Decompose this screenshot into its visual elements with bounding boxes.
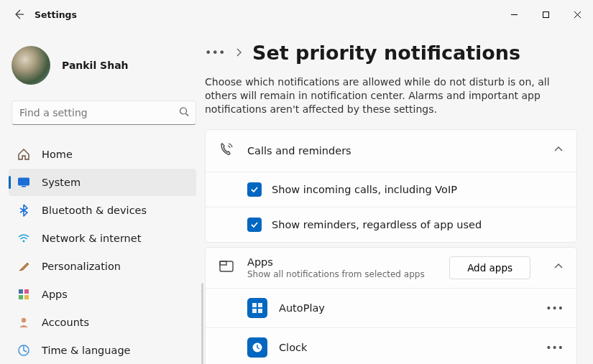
sidebar-item-home[interactable]: Home — [9, 141, 196, 168]
option-reminders[interactable]: Show reminders, regardless of app used — [206, 207, 576, 242]
search-box[interactable] — [12, 101, 196, 125]
option-label: Show reminders, regardless of app used — [272, 219, 482, 230]
svg-rect-20 — [252, 309, 257, 313]
sidebar-item-accounts[interactable]: Accounts — [9, 309, 196, 336]
profile-name: Pankil Shah — [62, 60, 129, 71]
option-incoming-calls[interactable]: Show incoming calls, including VoIP — [206, 172, 576, 207]
back-button[interactable] — [6, 1, 32, 27]
svg-rect-11 — [19, 295, 23, 299]
app-name: Clock — [279, 342, 534, 353]
scrollbar-indicator[interactable] — [201, 283, 203, 364]
calls-reminders-title: Calls and reminders — [247, 145, 541, 157]
add-apps-button[interactable]: Add apps — [449, 256, 530, 279]
apps-icon — [17, 288, 30, 301]
profile[interactable]: Pankil Shah — [9, 34, 205, 101]
sidebar-item-label: Home — [42, 149, 73, 160]
more-options-icon[interactable]: ••• — [546, 342, 564, 353]
sidebar-item-label: Network & internet — [42, 233, 141, 244]
nav-list: Home System Bluetooth & devices Network … — [9, 141, 205, 364]
globe-clock-icon — [17, 344, 30, 357]
checkbox-checked[interactable] — [247, 218, 262, 232]
sidebar-item-label: Accounts — [42, 317, 89, 328]
sidebar: Pankil Shah Home System Bluetooth & devi… — [0, 29, 205, 364]
bluetooth-icon — [17, 204, 30, 217]
sidebar-item-time[interactable]: Time & language — [9, 337, 196, 364]
sidebar-item-label: Time & language — [42, 345, 131, 356]
breadcrumb-more-icon[interactable]: ••• — [205, 46, 225, 60]
svg-point-4 — [180, 108, 187, 114]
chevron-right-icon — [235, 46, 242, 60]
search-input[interactable] — [12, 101, 196, 125]
main-content: ••• Set priority notifications Choose wh… — [205, 29, 593, 364]
calls-reminders-section: Calls and reminders Show incoming calls,… — [205, 129, 577, 243]
sidebar-item-label: Apps — [42, 289, 68, 300]
minimize-button[interactable] — [498, 4, 530, 25]
sidebar-item-label: System — [42, 177, 81, 188]
svg-rect-18 — [252, 303, 257, 307]
svg-point-8 — [23, 241, 25, 243]
svg-line-5 — [186, 113, 189, 116]
svg-point-13 — [22, 318, 26, 322]
svg-rect-6 — [19, 178, 29, 185]
home-icon — [17, 148, 30, 161]
app-window-icon — [219, 258, 234, 277]
close-button[interactable] — [561, 4, 593, 25]
brush-icon — [17, 260, 30, 273]
apps-header[interactable]: Apps Show all notifications from selecte… — [206, 248, 576, 288]
sidebar-item-label: Bluetooth & devices — [42, 205, 147, 216]
svg-rect-21 — [258, 309, 262, 313]
page-description: Choose which notifications are allowed w… — [205, 75, 564, 116]
option-label: Show incoming calls, including VoIP — [272, 184, 457, 195]
app-row-clock[interactable]: Clock ••• — [206, 327, 576, 364]
wifi-icon — [17, 232, 30, 245]
sidebar-item-apps[interactable]: Apps — [9, 281, 196, 308]
sidebar-item-system[interactable]: System — [9, 169, 196, 196]
chevron-up-icon — [553, 261, 564, 274]
app-row-autoplay[interactable]: AutoPlay ••• — [206, 288, 576, 327]
svg-rect-10 — [24, 289, 29, 294]
apps-section: Apps Show all notifications from selecte… — [205, 247, 577, 364]
clock-icon — [247, 337, 267, 358]
apps-subtitle: Show all notifications from selected app… — [247, 269, 436, 279]
search-icon — [179, 106, 189, 120]
svg-rect-1 — [543, 11, 548, 17]
chevron-up-icon — [553, 144, 564, 157]
person-icon — [17, 316, 30, 329]
page-title: Set priority notifications — [252, 42, 520, 64]
apps-title: Apps — [247, 256, 436, 268]
sidebar-item-label: Personalization — [42, 261, 121, 272]
autoplay-icon — [247, 298, 267, 318]
phone-icon — [219, 141, 234, 160]
sidebar-item-bluetooth[interactable]: Bluetooth & devices — [9, 197, 196, 224]
svg-rect-9 — [19, 289, 23, 294]
calls-reminders-header[interactable]: Calls and reminders — [206, 130, 576, 172]
sidebar-item-network[interactable]: Network & internet — [9, 225, 196, 252]
svg-rect-19 — [258, 303, 262, 307]
sidebar-item-personalization[interactable]: Personalization — [9, 253, 196, 280]
more-options-icon[interactable]: ••• — [546, 302, 564, 314]
app-name: AutoPlay — [279, 302, 534, 314]
system-icon — [17, 176, 30, 189]
window-title: Settings — [35, 9, 77, 20]
breadcrumb: ••• Set priority notifications — [205, 34, 577, 71]
avatar — [12, 46, 50, 85]
svg-rect-12 — [24, 295, 29, 299]
svg-rect-7 — [22, 186, 26, 187]
maximize-button[interactable] — [530, 4, 561, 25]
checkbox-checked[interactable] — [247, 182, 262, 197]
